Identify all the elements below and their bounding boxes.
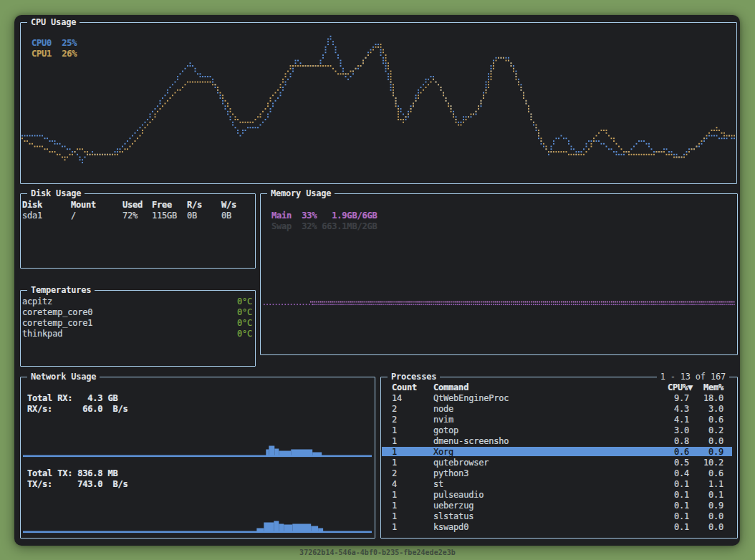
disk-col-header: Mount <box>71 201 96 209</box>
disk-col-header: W/s <box>221 201 236 209</box>
process-cell-count: 1 <box>392 448 397 456</box>
process-cell-mem: 3.0 <box>666 405 723 413</box>
process-cell-count: 1 <box>392 426 397 435</box>
temperature-value: 0°C <box>181 319 252 327</box>
disk-cell: 0B <box>187 211 197 220</box>
process-cell-mem: 1.1 <box>666 480 723 488</box>
process-cell-count: 4 <box>392 480 397 488</box>
disk-cell: / <box>71 211 76 220</box>
process-cell-mem: 0.1 <box>666 491 723 499</box>
processes-title: Processes <box>388 371 440 382</box>
process-cell-mem: 0.0 <box>666 512 723 521</box>
process-cell-count: 1 <box>392 523 397 531</box>
process-cell-count: 1 <box>392 491 397 499</box>
temperature-label: coretemp_core1 <box>22 319 92 327</box>
disk-usage-title: Disk Usage <box>27 188 85 199</box>
process-cell-mem: 0.0 <box>666 437 723 445</box>
process-col-header-command: Command <box>433 383 468 392</box>
processes-pagination: 1 - 13 of 167 <box>657 371 729 382</box>
process-cell-mem: 0.6 <box>666 415 723 424</box>
disk-col-header: R/s <box>187 201 202 209</box>
process-col-header-mem: Mem% <box>666 383 723 392</box>
process-cell-command: QtWebEngineProc <box>433 394 509 402</box>
disk-col-header: Disk <box>22 201 42 209</box>
disk-cell: 115GB <box>152 211 177 220</box>
process-cell-count: 1 <box>392 437 397 445</box>
cpu-legend-item: CPU0 25% <box>32 39 77 47</box>
temperature-label: thinkpad <box>22 329 62 338</box>
disk-cell: 72% <box>122 211 138 220</box>
process-cell-count: 1 <box>392 458 397 467</box>
process-cell-mem: 0.9 <box>666 448 723 456</box>
disk-col-header: Free <box>152 201 172 209</box>
memory-history-chart <box>261 194 736 353</box>
process-cell-mem: 18.0 <box>666 394 723 402</box>
process-cell-command: slstatus <box>433 512 473 521</box>
process-cell-command: ueberzug <box>433 501 473 510</box>
process-cell-command: dmenu-screensho <box>433 437 509 445</box>
process-cell-command: python3 <box>433 469 468 478</box>
process-cell-command: node <box>433 405 453 413</box>
temperature-label: coretemp_core0 <box>22 308 92 317</box>
process-cell-mem: 0.2 <box>666 426 723 435</box>
process-cell-mem: 10.2 <box>666 458 723 467</box>
process-cell-command: nvim <box>433 415 453 424</box>
cpu-legend-item: CPU1 26% <box>32 49 77 58</box>
process-cell-count: 2 <box>392 405 397 413</box>
process-cell-command: Xorg <box>433 448 453 456</box>
process-cell-mem: 0.9 <box>666 501 723 510</box>
temperatures-title: Temperatures <box>27 284 95 296</box>
process-cell-count: 2 <box>392 469 397 478</box>
process-col-header-count: Count <box>392 383 417 392</box>
temperature-value: 0°C <box>181 329 252 338</box>
process-cell-command: pulseaudio <box>433 491 484 499</box>
network-sparklines <box>21 377 373 536</box>
process-cell-count: 1 <box>392 512 397 521</box>
process-cell-count: 1 <box>392 501 397 510</box>
process-cell-command: st <box>433 480 443 488</box>
disk-cell: 0B <box>221 211 231 220</box>
process-cell-command: kswapd0 <box>433 523 468 531</box>
temperature-label: acpitz <box>22 297 52 306</box>
window-titlebar-text: 37262b14-546a-4bf0-b235-fbe24ede2e3b <box>0 549 755 556</box>
process-cell-count: 2 <box>392 415 397 424</box>
cpu-history-chart <box>21 23 735 182</box>
process-cell-count: 14 <box>392 394 402 402</box>
process-cell-command: gotop <box>433 426 458 435</box>
temperature-value: 0°C <box>181 308 252 317</box>
disk-col-header: Used <box>122 201 143 209</box>
process-cell-mem: 0.0 <box>666 523 723 531</box>
desktop: CPU Usage Disk Usage Memory Usage Main 3… <box>0 0 755 560</box>
process-cell-command: qutebrowser <box>433 458 489 467</box>
disk-cell: sda1 <box>22 211 42 220</box>
process-cell-mem: 0.6 <box>666 469 723 478</box>
temperature-value: 0°C <box>181 297 252 306</box>
